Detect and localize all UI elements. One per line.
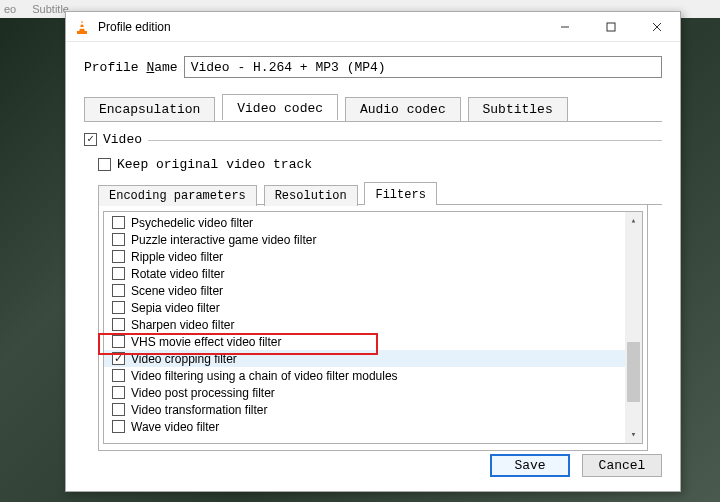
filter-checkbox[interactable] [112,386,125,399]
filter-item[interactable]: Video cropping filter [104,350,625,367]
keep-original-row: Keep original video track [98,157,662,172]
filter-item[interactable]: Sepia video filter [104,299,625,316]
filter-label: Scene video filter [131,284,223,298]
filter-label: Ripple video filter [131,250,223,264]
filter-checkbox[interactable] [112,233,125,246]
filter-item[interactable]: Ripple video filter [104,248,625,265]
filter-label: Video filtering using a chain of video f… [131,369,398,383]
filter-checkbox[interactable] [112,250,125,263]
filter-label: Sharpen video filter [131,318,234,332]
filter-item[interactable]: Rotate video filter [104,265,625,282]
tab-encapsulation[interactable]: Encapsulation [84,97,215,121]
cancel-button[interactable]: Cancel [582,454,662,477]
filter-label: Video cropping filter [131,352,237,366]
svg-marker-0 [79,20,85,32]
bg-menu-item[interactable]: Subtitle [32,3,69,15]
dialog-title: Profile edition [98,20,542,34]
scroll-thumb[interactable] [627,342,640,402]
filter-item[interactable]: Sharpen video filter [104,316,625,333]
keep-original-checkbox[interactable] [98,158,111,171]
tab-audio-codec[interactable]: Audio codec [345,97,461,121]
subtab-filters[interactable]: Filters [364,182,436,205]
filter-item[interactable]: Psychedelic video filter [104,214,625,231]
filter-checkbox[interactable] [112,267,125,280]
vlc-cone-icon [74,19,90,35]
close-button[interactable] [634,12,680,42]
scroll-down-icon[interactable]: ▾ [625,426,642,443]
profile-name-label: Profile Name [84,60,178,75]
video-checkbox-label: Video [103,132,142,147]
filter-checkbox[interactable] [112,420,125,433]
dialog-button-row: Save Cancel [490,454,662,477]
filter-checkbox[interactable] [112,284,125,297]
dialog-body: Profile Name Encapsulation Video codec A… [66,42,680,491]
filter-item[interactable]: Scene video filter [104,282,625,299]
video-fieldset: Video Keep original video track Encoding… [84,132,662,451]
filter-label: VHS movie effect video filter [131,335,282,349]
filter-item[interactable]: Video transformation filter [104,401,625,418]
tab-video-codec[interactable]: Video codec [222,94,338,120]
filter-item[interactable]: Video post processing filter [104,384,625,401]
filter-checkbox[interactable] [112,301,125,314]
subtab-resolution[interactable]: Resolution [264,185,358,206]
tab-subtitles[interactable]: Subtitles [468,97,568,121]
profile-name-row: Profile Name [84,56,662,78]
video-checkbox[interactable] [84,133,97,146]
bg-menu-item[interactable]: eo [4,3,16,15]
filter-label: Psychedelic video filter [131,216,253,230]
filter-item[interactable]: Video filtering using a chain of video f… [104,367,625,384]
titlebar: Profile edition [66,12,680,42]
svg-rect-3 [80,27,85,29]
filter-item[interactable]: Wave video filter [104,418,625,435]
scrollbar-vertical[interactable]: ▴ ▾ [625,212,642,443]
main-tab-strip: Encapsulation Video codec Audio codec Su… [84,94,662,120]
filter-label: Sepia video filter [131,301,220,315]
filter-label: Video transformation filter [131,403,268,417]
keep-original-label: Keep original video track [117,157,312,172]
minimize-button[interactable] [542,12,588,42]
save-button[interactable]: Save [490,454,570,477]
svg-rect-5 [607,23,615,31]
subtab-encoding-parameters[interactable]: Encoding parameters [98,185,257,206]
filter-checkbox[interactable] [112,369,125,382]
sub-tab-strip: Encoding parameters Resolution Filters [98,182,662,205]
window-controls [542,12,680,42]
profile-name-input[interactable] [184,56,662,78]
filter-checkbox[interactable] [112,335,125,348]
filter-checkbox[interactable] [112,352,125,365]
filters-listbox: Psychedelic video filterPuzzle interacti… [103,211,643,444]
svg-rect-2 [80,23,84,25]
profile-edition-dialog: Profile edition Profile Name Encapsulati… [65,11,681,492]
filter-item[interactable]: VHS movie effect video filter [104,333,625,350]
filter-label: Video post processing filter [131,386,275,400]
filter-checkbox[interactable] [112,403,125,416]
filter-label: Puzzle interactive game video filter [131,233,316,247]
filter-label: Wave video filter [131,420,219,434]
svg-rect-1 [77,31,87,34]
filter-checkbox[interactable] [112,216,125,229]
scroll-up-icon[interactable]: ▴ [625,212,642,229]
filter-label: Rotate video filter [131,267,224,281]
filters-panel: Psychedelic video filterPuzzle interacti… [98,205,648,451]
maximize-button[interactable] [588,12,634,42]
filter-item[interactable]: Puzzle interactive game video filter [104,231,625,248]
filter-checkbox[interactable] [112,318,125,331]
